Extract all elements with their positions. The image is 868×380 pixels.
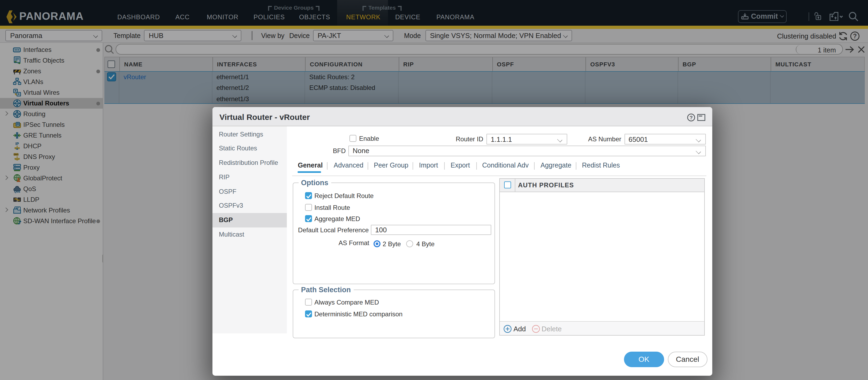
svg-text:?: ?: [689, 115, 693, 120]
